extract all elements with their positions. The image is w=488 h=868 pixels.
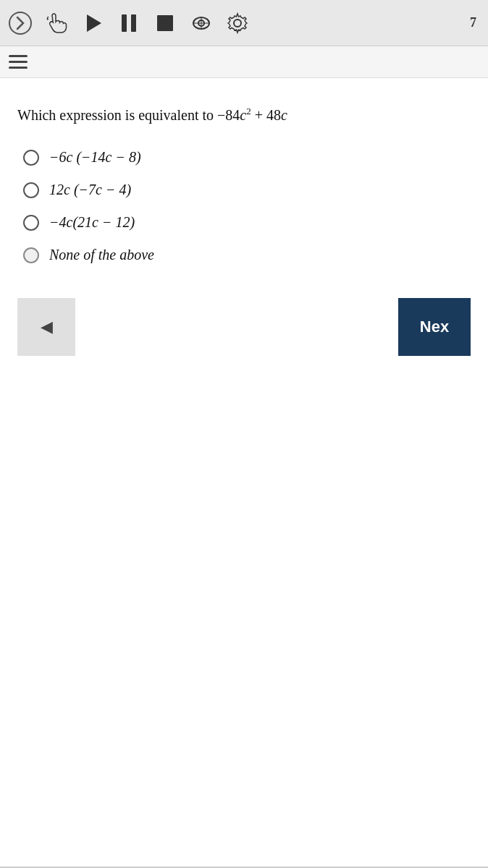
pause-icon[interactable] — [117, 12, 140, 35]
main-content: Which expression is equivalent to −84c2 … — [0, 78, 488, 373]
back-button[interactable]: ◀ — [17, 298, 75, 356]
gear-settings-icon[interactable] — [226, 12, 249, 35]
svg-rect-1 — [122, 14, 127, 32]
svg-marker-0 — [87, 14, 101, 32]
question-text: Which expression is equivalent to −84c2 … — [17, 104, 471, 126]
page-number: 7 — [470, 15, 476, 30]
choice-a-label: −6c (−14c − 8) — [49, 149, 141, 166]
choice-c-label: −4c(21c − 12) — [49, 214, 135, 231]
svg-point-8 — [234, 20, 241, 27]
radio-b[interactable] — [23, 182, 39, 198]
play-icon[interactable] — [81, 12, 104, 35]
back-arrow-icon: ◀ — [41, 318, 53, 336]
eye-review-icon[interactable] — [190, 12, 213, 35]
next-label: Nex — [420, 318, 449, 336]
stop-icon[interactable] — [153, 12, 177, 35]
choice-c[interactable]: −4c(21c − 12) — [23, 214, 471, 231]
answer-choices: −6c (−14c − 8) 12c (−7c − 4) −4c(21c − 1… — [23, 149, 471, 263]
hand-pointer-icon[interactable] — [45, 12, 68, 35]
radio-d[interactable] — [23, 247, 39, 263]
chevron-right-icon[interactable] — [9, 12, 32, 35]
radio-a[interactable] — [23, 150, 39, 166]
sub-toolbar — [0, 46, 488, 78]
choice-d-label: None of the above — [49, 247, 154, 263]
next-button[interactable]: Nex — [398, 298, 471, 356]
svg-rect-3 — [157, 15, 173, 31]
hamburger-menu-icon[interactable] — [9, 55, 28, 69]
svg-rect-2 — [131, 14, 136, 32]
nav-buttons: ◀ Nex — [17, 298, 471, 356]
toolbar: 7 — [0, 0, 488, 46]
choice-d[interactable]: None of the above — [23, 247, 471, 263]
choice-b-label: 12c (−7c − 4) — [49, 182, 131, 198]
choice-b[interactable]: 12c (−7c − 4) — [23, 182, 471, 198]
radio-c[interactable] — [23, 215, 39, 231]
choice-a[interactable]: −6c (−14c − 8) — [23, 149, 471, 166]
